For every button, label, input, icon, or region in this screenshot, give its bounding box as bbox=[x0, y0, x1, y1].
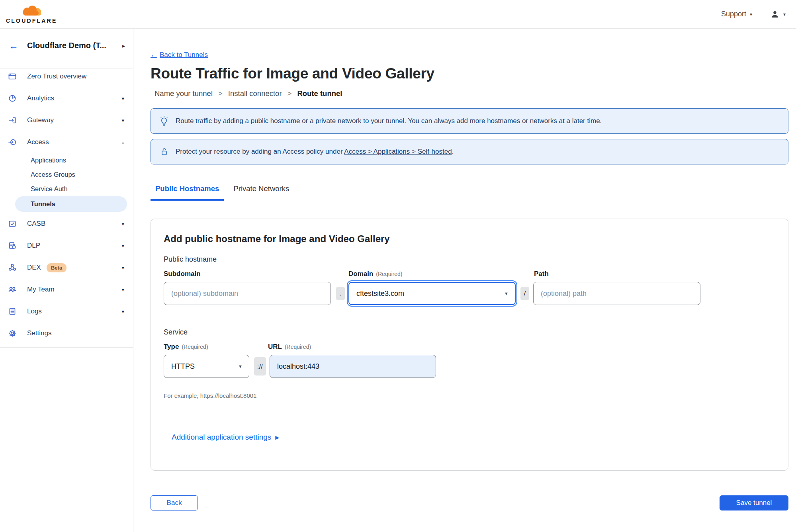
back-arrow-icon[interactable]: ← bbox=[9, 41, 18, 51]
wizard-steps: Name your tunnel > Install connector > R… bbox=[155, 89, 788, 98]
gear-icon bbox=[8, 329, 17, 338]
chevron-down-icon: ▾ bbox=[121, 265, 124, 271]
dot-separator: . bbox=[336, 287, 345, 300]
sidebar-item-my-team[interactable]: My Team ▾ bbox=[0, 282, 133, 297]
team-icon bbox=[8, 285, 17, 294]
card-divider bbox=[164, 408, 774, 408]
type-label: Type(Required) bbox=[164, 343, 208, 351]
step-separator: > bbox=[213, 89, 228, 98]
sidebar-item-analytics[interactable]: Analytics ▾ bbox=[0, 90, 133, 106]
sidebar-item-dlp[interactable]: DLP ▾ bbox=[0, 238, 133, 254]
url-required-tag: (Required) bbox=[285, 344, 311, 350]
logs-document-icon bbox=[8, 307, 17, 316]
domain-required-tag: (Required) bbox=[376, 271, 402, 277]
service-label: Service bbox=[164, 328, 775, 336]
top-bar: CLOUDFLARE Support ▾ ▾ bbox=[0, 0, 796, 29]
chevron-up-icon: ▴ bbox=[121, 139, 124, 145]
gateway-icon bbox=[8, 116, 17, 125]
page-title: Route Traffic for Image and Video Galler… bbox=[151, 65, 788, 82]
support-menu[interactable]: Support ▾ bbox=[721, 10, 752, 18]
wizard-footer: Back Save tunnel bbox=[151, 495, 788, 510]
subdomain-input[interactable] bbox=[164, 282, 331, 305]
brand-name: CLOUDFLARE bbox=[6, 18, 57, 23]
account-menu[interactable]: ▾ bbox=[771, 10, 786, 19]
chevron-down-icon: ▾ bbox=[121, 243, 124, 249]
add-public-hostname-card: Add public hostname for Image and Video … bbox=[151, 219, 788, 471]
type-required-tag: (Required) bbox=[182, 344, 208, 350]
domain-select[interactable]: cftestsite3.com ▼ bbox=[348, 282, 516, 305]
pie-chart-icon bbox=[8, 94, 17, 103]
step-route-tunnel: Route tunnel bbox=[297, 89, 342, 98]
public-hostname-label: Public hostname bbox=[164, 255, 775, 264]
subdomain-label: Subdomain bbox=[164, 270, 201, 278]
path-input[interactable] bbox=[533, 282, 700, 305]
cloudflare-cloud-icon bbox=[19, 5, 44, 18]
path-label: Path bbox=[534, 270, 549, 278]
domain-selected-value: cftestsite3.com bbox=[356, 289, 404, 298]
chevron-down-icon: ▾ bbox=[121, 309, 124, 315]
access-policy-banner: Protect your resource by adding an Acces… bbox=[151, 139, 788, 164]
sidebar-divider bbox=[0, 347, 133, 348]
save-tunnel-button[interactable]: Save tunnel bbox=[720, 495, 788, 510]
sidebar-item-logs[interactable]: Logs ▾ bbox=[0, 303, 133, 319]
access-icon bbox=[8, 138, 17, 147]
access-policy-text: Protect your resource by adding an Acces… bbox=[176, 148, 454, 156]
select-caret-icon: ▼ bbox=[238, 364, 243, 369]
back-button[interactable]: Back bbox=[151, 495, 198, 510]
sidebar-nav: Zero Trust overview Analytics ▾ Gateway … bbox=[0, 68, 133, 348]
sidebar: ← Cloudflare Demo (T... ▸ Zero Trust ove… bbox=[0, 29, 133, 532]
slash-separator: / bbox=[520, 287, 529, 300]
url-example-text: For example, https://localhost:8001 bbox=[164, 392, 775, 399]
chevron-down-icon: ▾ bbox=[121, 221, 124, 227]
chevron-down-icon: ▾ bbox=[121, 287, 124, 293]
chevron-down-icon: ▾ bbox=[121, 96, 124, 102]
step-separator: > bbox=[282, 89, 297, 98]
chevron-down-icon: ▾ bbox=[783, 12, 786, 17]
scheme-separator: :// bbox=[254, 357, 266, 376]
lock-icon bbox=[159, 147, 169, 157]
route-tip-banner: Route traffic by adding a public hostnam… bbox=[151, 108, 788, 134]
sidebar-item-access-groups[interactable]: Access Groups bbox=[0, 167, 133, 182]
service-type-select[interactable]: HTTPS ▼ bbox=[164, 355, 249, 378]
back-arrow-icon: ← bbox=[151, 51, 157, 59]
lightbulb-icon bbox=[159, 116, 169, 126]
access-applications-self-hosted-link[interactable]: Access > Applications > Self-hosted bbox=[344, 148, 452, 155]
chevron-right-icon: ▶ bbox=[275, 434, 279, 440]
route-tip-text: Route traffic by adding a public hostnam… bbox=[176, 117, 602, 125]
tab-public-hostnames[interactable]: Public Hostnames bbox=[151, 184, 224, 201]
sidebar-item-applications[interactable]: Applications bbox=[0, 153, 133, 167]
sidebar-item-settings[interactable]: Settings bbox=[0, 325, 133, 341]
chevron-right-icon[interactable]: ▸ bbox=[122, 43, 125, 49]
cloudflare-logo: CLOUDFLARE bbox=[6, 5, 57, 23]
sidebar-account-header: ← Cloudflare Demo (T... ▸ bbox=[0, 29, 133, 68]
step-name-your-tunnel[interactable]: Name your tunnel bbox=[155, 89, 213, 98]
window-icon bbox=[8, 72, 17, 81]
sidebar-item-service-auth[interactable]: Service Auth bbox=[0, 182, 133, 196]
sidebar-item-gateway[interactable]: Gateway ▾ bbox=[0, 112, 133, 128]
additional-settings-toggle[interactable]: Additional application settings ▶ bbox=[172, 433, 279, 442]
user-icon bbox=[771, 10, 779, 19]
main-content: ← Back to Tunnels Route Traffic for Imag… bbox=[133, 29, 796, 532]
account-name[interactable]: Cloudflare Demo (T... bbox=[27, 41, 122, 50]
step-install-connector[interactable]: Install connector bbox=[228, 89, 282, 98]
domain-label: Domain(Required) bbox=[348, 270, 402, 278]
sidebar-item-tunnels[interactable]: Tunnels bbox=[15, 196, 127, 212]
dex-nodes-icon bbox=[8, 263, 17, 272]
sidebar-item-dex[interactable]: DEX Beta ▾ bbox=[0, 260, 133, 276]
service-field-labels: Type(Required) URL(Required) bbox=[164, 343, 775, 352]
service-url-input[interactable] bbox=[270, 355, 436, 378]
back-to-tunnels-link[interactable]: ← Back to Tunnels bbox=[151, 51, 208, 59]
sidebar-item-casb[interactable]: CASB ▾ bbox=[0, 216, 133, 232]
sidebar-item-access[interactable]: Access ▴ bbox=[0, 134, 133, 150]
chevron-down-icon: ▾ bbox=[121, 117, 124, 123]
select-caret-icon: ▼ bbox=[504, 291, 509, 296]
chevron-down-icon: ▾ bbox=[750, 12, 752, 17]
tab-private-networks[interactable]: Private Networks bbox=[229, 184, 294, 201]
access-sub-menu: Applications Access Groups Service Auth … bbox=[0, 153, 133, 212]
document-lock-icon bbox=[8, 241, 17, 250]
beta-badge: Beta bbox=[47, 263, 66, 272]
sidebar-item-zero-trust-overview[interactable]: Zero Trust overview bbox=[0, 68, 133, 84]
casb-check-icon bbox=[8, 219, 17, 228]
card-heading: Add public hostname for Image and Video … bbox=[164, 233, 775, 244]
hostname-tabs: Public Hostnames Private Networks bbox=[151, 184, 788, 200]
